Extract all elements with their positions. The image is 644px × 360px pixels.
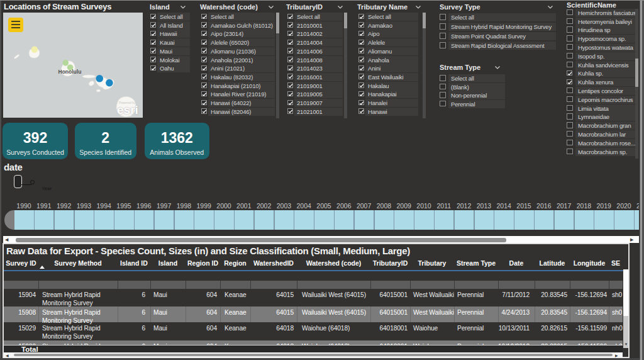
svg-text:esri: esri [117,103,138,116]
svg-text:Honolulu: Honolulu [58,69,82,75]
